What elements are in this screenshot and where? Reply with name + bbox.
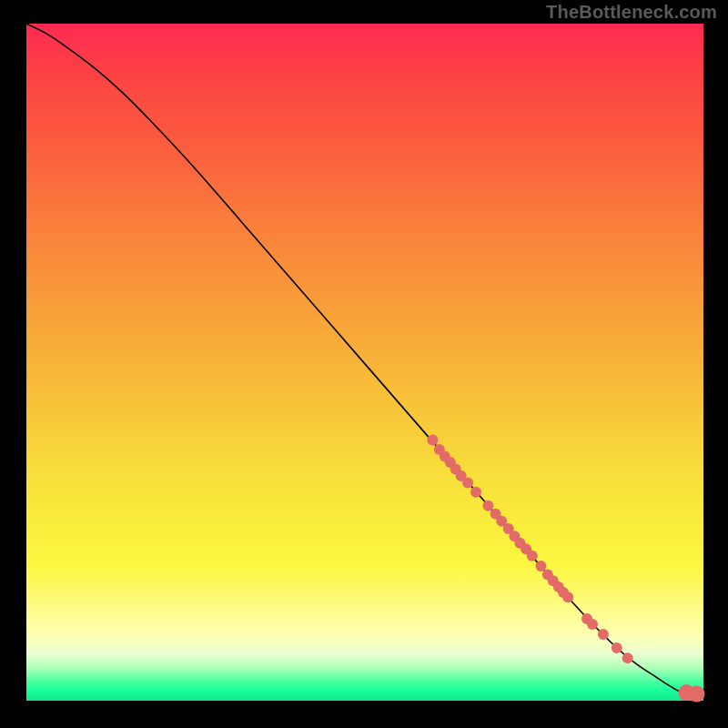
scatter-point xyxy=(622,652,633,663)
watermark-text: TheBottleneck.com xyxy=(546,2,717,23)
scatter-point xyxy=(562,592,573,602)
scatter-point xyxy=(527,551,538,561)
chart-overlay xyxy=(26,24,703,701)
scatter-point xyxy=(598,629,609,640)
scatter-point xyxy=(689,686,705,703)
scatter-point xyxy=(612,642,622,653)
scatter-point xyxy=(470,487,481,498)
scatter-point xyxy=(427,435,438,446)
scatter-point xyxy=(587,619,598,630)
scatter-point xyxy=(535,561,546,571)
scatter-point xyxy=(482,500,493,511)
scatter-point xyxy=(462,477,473,488)
curve-line xyxy=(26,24,703,694)
chart-frame: TheBottleneck.com xyxy=(0,0,728,728)
plot-area xyxy=(26,24,703,701)
scatter-points xyxy=(427,435,704,703)
